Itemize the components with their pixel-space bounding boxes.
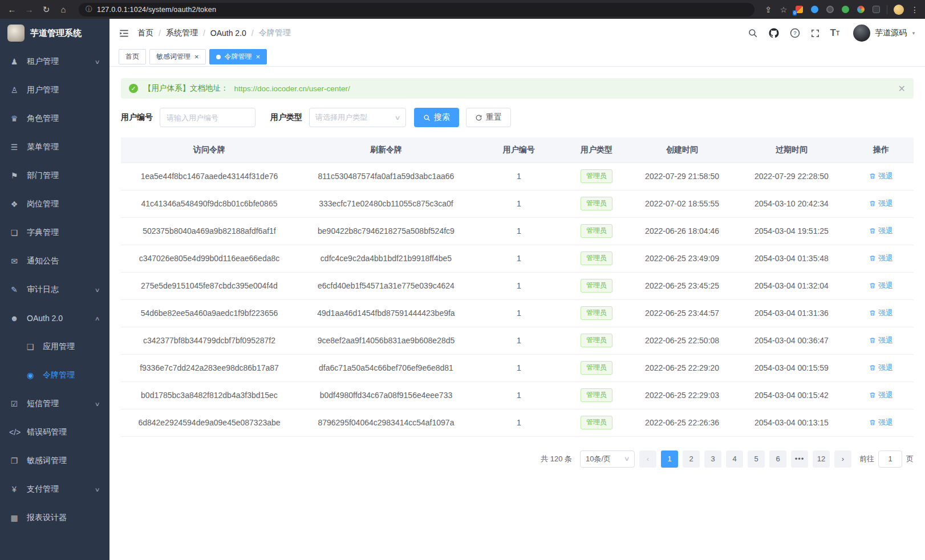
extension-icon-5[interactable]: [856, 5, 865, 14]
tab-item[interactable]: 令牌管理×: [209, 49, 267, 64]
app-logo[interactable]: 芋道管理系统: [0, 19, 109, 47]
fullscreen-icon[interactable]: [810, 29, 820, 38]
site-info-icon[interactable]: ⓘ: [86, 5, 92, 14]
page-size-select[interactable]: 10条/页 ∨: [580, 451, 635, 468]
extension-icon-2[interactable]: [810, 5, 819, 14]
help-icon[interactable]: ?: [790, 28, 800, 38]
chevron-down-icon: ∨: [623, 455, 630, 462]
breadcrumb-item[interactable]: 系统管理: [166, 28, 198, 38]
chevron-up-icon: ∧: [94, 315, 100, 322]
force-logout-button[interactable]: 强退: [869, 363, 893, 373]
page-number-button[interactable]: 4: [726, 451, 743, 468]
page-number-button[interactable]: 3: [704, 451, 721, 468]
user-menu[interactable]: 芋道源码 ▼: [853, 25, 916, 42]
force-logout-button[interactable]: 强退: [869, 253, 893, 263]
sidebar-item[interactable]: ✉通知公告: [0, 247, 109, 275]
extension-icon-6[interactable]: [871, 5, 881, 14]
svg-text:?: ?: [793, 30, 797, 36]
pagination-total: 共 120 条: [541, 454, 572, 464]
extension-icon-1[interactable]: 0: [794, 5, 804, 14]
sidebar-item-label: 支付管理: [27, 484, 88, 494]
breadcrumb-item[interactable]: OAuth 2.0: [210, 29, 246, 38]
tab-item[interactable]: 首页: [119, 49, 146, 64]
sidebar-item[interactable]: ♙用户管理: [0, 76, 109, 104]
page-number-button[interactable]: 12: [813, 451, 830, 468]
sidebar-item-label: 字典管理: [27, 228, 99, 238]
browser-menu-icon[interactable]: ⋮: [910, 5, 919, 14]
sidebar-item[interactable]: ❏字典管理: [0, 218, 109, 247]
access-token-cell: c347026e805e4d99b0d116eae66eda8c: [121, 245, 298, 272]
sidebar-item[interactable]: ♛角色管理: [0, 104, 109, 133]
font-size-icon[interactable]: TT: [830, 27, 840, 39]
tab-close-icon[interactable]: ×: [194, 53, 199, 60]
table-header-row: 访问令牌刷新令牌用户编号用户类型创建时间过期时间操作: [121, 137, 914, 163]
browser-reload-icon[interactable]: ↻: [40, 3, 52, 16]
github-icon[interactable]: [768, 27, 780, 39]
breadcrumb-separator: /: [203, 29, 205, 38]
active-tab-dot: [216, 55, 221, 59]
force-logout-button[interactable]: 强退: [869, 281, 893, 291]
force-logout-button[interactable]: 强退: [869, 335, 893, 346]
page-buttons: 123456•••12: [661, 451, 830, 468]
sidebar-item[interactable]: ☰菜单管理: [0, 133, 109, 161]
browser-profile-avatar[interactable]: [894, 5, 904, 14]
sidebar-item[interactable]: ❑应用管理: [0, 332, 109, 361]
browser-back-icon[interactable]: ←: [6, 3, 18, 16]
force-logout-button[interactable]: 强退: [869, 417, 893, 428]
collapse-sidebar-icon[interactable]: [119, 28, 129, 39]
tab-label: 敏感词管理: [156, 52, 190, 62]
extension-icon-4[interactable]: [841, 5, 850, 14]
sidebar-item[interactable]: ❖岗位管理: [0, 190, 109, 218]
sidebar-item[interactable]: ♟租户管理∨: [0, 47, 109, 76]
success-check-icon: ✓: [129, 84, 138, 93]
sidebar-item[interactable]: ❐敏感词管理: [0, 447, 109, 475]
extension-icon-3[interactable]: [825, 5, 834, 14]
table-row: c342377bf8b344799dcbf7bf095287f29ce8ef2a…: [121, 327, 914, 354]
sidebar-item[interactable]: ☻OAuth 2.0∧: [0, 304, 109, 332]
column-header: 用户类型: [563, 137, 630, 163]
reset-button[interactable]: 重置: [466, 108, 511, 127]
sidebar-item[interactable]: ⚑部门管理: [0, 161, 109, 190]
address-bar[interactable]: ⓘ 127.0.0.1:1024/system/oauth2/token: [79, 3, 754, 17]
force-logout-button[interactable]: 强退: [869, 226, 893, 236]
force-logout-button[interactable]: 强退: [869, 171, 893, 181]
tab-item[interactable]: 敏感词管理×: [149, 49, 206, 64]
column-header: 创建时间: [630, 137, 734, 163]
page-number-button[interactable]: 1: [661, 451, 678, 468]
bookmark-star-icon[interactable]: ☆: [779, 5, 788, 14]
page-number-button[interactable]: 2: [683, 451, 700, 468]
sidebar-item[interactable]: ¥支付管理∨: [0, 475, 109, 504]
sidebar-item[interactable]: ✎审计日志∨: [0, 275, 109, 304]
breadcrumb-item[interactable]: 首页: [137, 28, 153, 38]
doc-link[interactable]: https://doc.iocoder.cn/user-center/: [234, 84, 350, 93]
sidebar-item[interactable]: ◉令牌管理: [0, 361, 109, 389]
more-pages-button[interactable]: •••: [791, 451, 808, 468]
user-id-input[interactable]: [160, 108, 255, 127]
page-number-button[interactable]: 6: [769, 451, 786, 468]
created-time-cell: 2022-06-25 22:29:03: [630, 382, 734, 409]
next-page-button[interactable]: ›: [834, 451, 851, 468]
user-type-select[interactable]: 请选择用户类型 ∨: [309, 108, 406, 127]
search-icon[interactable]: [748, 28, 758, 38]
delete-icon: [869, 364, 876, 371]
sidebar-item[interactable]: </>错误码管理: [0, 418, 109, 447]
chevron-down-icon: ▼: [911, 31, 916, 36]
sidebar-item-label: 应用管理: [43, 342, 99, 352]
browser-forward-icon[interactable]: →: [23, 3, 35, 16]
table-row: 275e5de9151045fe87cbdc395e004f4de6cfd40e…: [121, 272, 914, 299]
prev-page-button[interactable]: ‹: [639, 451, 656, 468]
tab-close-icon[interactable]: ×: [256, 53, 261, 60]
alert-close-icon[interactable]: ✕: [898, 83, 906, 94]
browser-home-icon[interactable]: ⌂: [57, 3, 70, 16]
page-goto-input[interactable]: [878, 451, 902, 468]
share-icon[interactable]: ⇪: [764, 5, 773, 14]
search-button[interactable]: 搜索: [414, 108, 459, 127]
search-form: 用户编号 用户类型 请选择用户类型 ∨ 搜索 重置: [121, 108, 914, 127]
force-logout-button[interactable]: 强退: [869, 308, 893, 318]
force-logout-button[interactable]: 强退: [869, 198, 893, 209]
sidebar-item[interactable]: ▦报表设计器: [0, 504, 109, 532]
page-number-button[interactable]: 5: [748, 451, 765, 468]
sidebar-item[interactable]: ☑短信管理∨: [0, 389, 109, 418]
force-logout-button[interactable]: 强退: [869, 390, 893, 400]
column-header: 刷新令牌: [298, 137, 474, 163]
